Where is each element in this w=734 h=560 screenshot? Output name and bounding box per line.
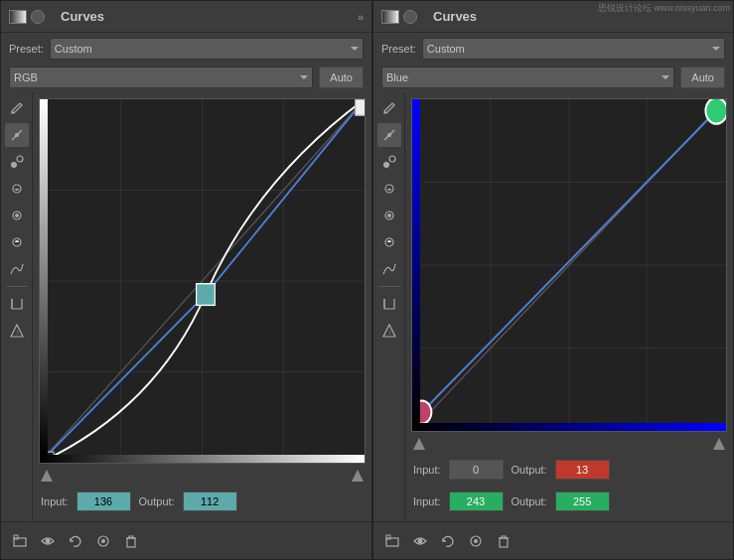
left-bottom-toolbar	[1, 521, 371, 559]
right-panel-title: Curves	[433, 9, 477, 24]
left-bottom-gradient	[40, 455, 365, 463]
left-curve-area: Input: Output:	[33, 92, 371, 521]
left-tool-sample-shadow[interactable]	[5, 177, 29, 201]
left-preset-label: Preset:	[9, 43, 44, 55]
right-tool-divider	[378, 286, 400, 287]
right-channel-select[interactable]: RGB Red Green Blue	[381, 67, 674, 88]
svg-point-20	[101, 539, 105, 543]
right-preset-row: Preset: Custom	[373, 33, 733, 65]
left-curve-point-white[interactable]	[356, 99, 365, 115]
left-input-field[interactable]	[76, 491, 131, 511]
left-title-icon	[9, 10, 27, 24]
right-curve-canvas[interactable]	[411, 98, 727, 432]
right-output1-label: Output:	[512, 464, 547, 476]
right-black-slider[interactable]	[413, 438, 425, 450]
left-io-row: Input: Output:	[39, 488, 366, 515]
left-tool-warning[interactable]: !	[5, 319, 29, 343]
right-input2-field[interactable]	[449, 491, 504, 511]
right-channel-row: RGB Red Green Blue Auto	[373, 65, 733, 92]
right-btn-reset[interactable]	[437, 530, 459, 552]
left-channel-select[interactable]: RGB Red Green Blue	[9, 67, 313, 88]
right-bottom-gradient	[412, 423, 726, 431]
left-circle-icon	[31, 10, 45, 24]
right-btn-expand[interactable]	[381, 530, 403, 552]
svg-point-2	[11, 162, 17, 168]
left-preset-select[interactable]: Custom	[50, 38, 364, 60]
right-input1-field[interactable]	[449, 460, 504, 480]
left-tools-sidebar: !	[1, 92, 33, 521]
svg-text:!: !	[388, 330, 390, 336]
left-btn-eye2[interactable]	[92, 530, 114, 552]
right-btn-delete[interactable]	[493, 530, 514, 552]
right-io-row2: Input: Output:	[411, 488, 727, 515]
left-tool-sample-highlight[interactable]	[5, 230, 29, 254]
left-black-slider[interactable]	[41, 470, 53, 482]
svg-rect-44	[500, 538, 508, 547]
left-side-gradient	[40, 99, 48, 455]
svg-point-1	[15, 133, 19, 137]
right-tool-clipping[interactable]	[377, 292, 401, 316]
right-bottom-toolbar	[373, 521, 733, 559]
right-tool-point[interactable]	[377, 123, 401, 147]
right-circle-icon	[403, 10, 417, 24]
right-io-row1: Input: Output:	[411, 456, 727, 484]
right-slider-row	[411, 436, 727, 452]
svg-text:!: !	[16, 330, 18, 336]
right-tool-sample-highlight[interactable]	[377, 230, 401, 254]
right-btn-eye[interactable]	[409, 530, 431, 552]
right-tools-area: !	[373, 92, 733, 521]
left-tool-divider	[6, 286, 28, 287]
right-title-icon	[381, 10, 399, 24]
left-tool-pencil[interactable]	[5, 96, 29, 120]
left-btn-expand[interactable]	[9, 530, 31, 552]
left-btn-reset[interactable]	[65, 530, 86, 552]
svg-point-24	[383, 162, 389, 168]
left-white-slider[interactable]	[352, 470, 364, 482]
right-output2-field[interactable]	[555, 491, 610, 511]
left-tools-area: !	[1, 92, 371, 521]
right-preset-select[interactable]: Custom	[422, 38, 725, 60]
right-output2-label: Output:	[512, 495, 547, 507]
svg-point-6	[15, 213, 19, 217]
right-btn-eye2[interactable]	[465, 530, 487, 552]
left-tool-black-point[interactable]	[5, 150, 29, 174]
left-slider-row	[39, 468, 366, 484]
left-panel: Curves » Preset: Custom RGB Red Green Bl…	[0, 0, 372, 560]
left-tool-curve[interactable]	[5, 257, 29, 281]
right-curve-point-high[interactable]	[705, 99, 726, 124]
right-auto-button[interactable]: Auto	[680, 67, 725, 88]
left-auto-button[interactable]: Auto	[319, 67, 364, 88]
left-curve-svg	[40, 99, 365, 463]
watermark: 思锐设计论坛 www.nissyuan.com	[598, 2, 730, 15]
right-tools-sidebar: !	[373, 92, 405, 521]
right-white-slider[interactable]	[713, 438, 725, 450]
right-tool-curve[interactable]	[377, 257, 401, 281]
left-channel-row: RGB Red Green Blue Auto	[1, 65, 371, 92]
right-side-gradient	[412, 99, 420, 423]
left-curve-point-mid[interactable]	[197, 284, 216, 306]
right-tool-black-point[interactable]	[377, 150, 401, 174]
right-tool-sample-shadow[interactable]	[377, 177, 401, 201]
svg-point-43	[474, 539, 478, 543]
left-input-label: Input:	[41, 495, 69, 507]
right-input1-label: Input:	[413, 464, 441, 476]
left-tool-point[interactable]	[5, 123, 29, 147]
svg-point-28	[387, 213, 391, 217]
left-tool-clipping[interactable]	[5, 292, 29, 316]
svg-rect-21	[127, 538, 135, 547]
left-curve-canvas[interactable]	[39, 98, 366, 464]
right-tool-warning[interactable]: !	[377, 319, 401, 343]
right-tool-pencil[interactable]	[377, 96, 401, 120]
right-output1-field[interactable]	[555, 460, 610, 480]
left-btn-delete[interactable]	[120, 530, 142, 552]
left-output-field[interactable]	[183, 491, 237, 511]
svg-point-3	[17, 156, 23, 162]
svg-point-18	[46, 538, 51, 543]
left-panel-header: Curves »	[1, 1, 371, 33]
left-output-label: Output:	[139, 495, 175, 507]
left-panel-title: Curves	[61, 9, 104, 24]
left-btn-eye[interactable]	[37, 530, 59, 552]
right-tool-sample-midtone[interactable]	[377, 204, 401, 227]
left-panel-arrows[interactable]: »	[358, 11, 364, 23]
left-tool-sample-midtone[interactable]	[5, 204, 29, 227]
